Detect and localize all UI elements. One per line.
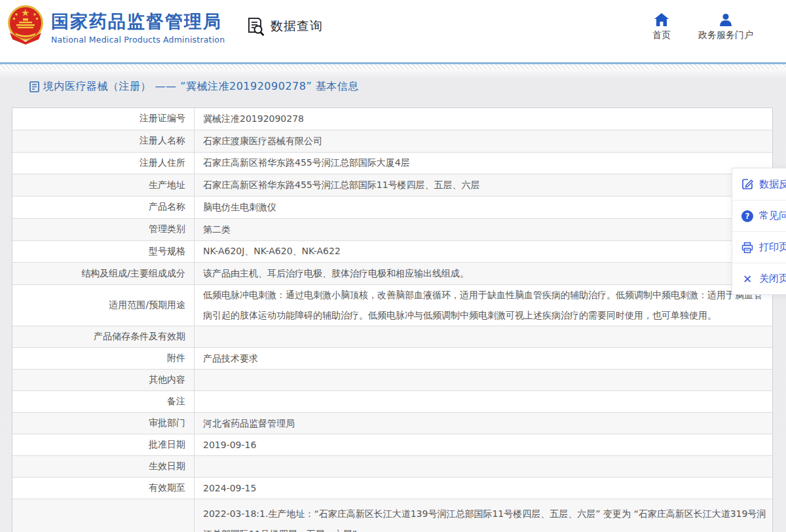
field-label [12, 499, 195, 532]
field-value: 2019-09-16 [195, 434, 772, 455]
table-row: 注册人名称石家庄渡康医疗器械有限公司 [12, 130, 772, 153]
field-label: 注册证编号 [12, 108, 195, 130]
field-label: 注册人名称 [12, 130, 195, 152]
document-icon [29, 81, 39, 92]
page: 国家药品监督管理局 National Medical Products Admi… [0, 0, 786, 532]
field-value: 该产品由主机、耳后治疗电极、肢体治疗电极和相应输出线组成。 [195, 263, 772, 284]
faq-button[interactable]: ? 常见问题 [732, 200, 786, 231]
field-label: 结构及组成/主要组成成分 [12, 263, 195, 284]
field-value: NK-A620J、NK-A620、NK-A622 [195, 241, 772, 263]
field-value: 冀械注准20192090278 [195, 108, 772, 130]
user-icon [719, 13, 733, 26]
table-row: 产品储存条件及有效期 [12, 326, 772, 348]
print-button[interactable]: 打印页面 [732, 231, 786, 263]
floating-tools-panel: 数据反馈 ? 常见问题 打印页面 ✕ 关闭页面 [732, 168, 786, 295]
brand-block[interactable]: 国家药品监督管理局 National Medical Products Admi… [51, 11, 225, 45]
field-value: 石家庄高新区裕华东路455号润江总部国际大厦4层 [195, 153, 772, 174]
field-value [195, 456, 772, 477]
page-title: 境内医疗器械（注册） —— “冀械注准20192090278” 基本信息 [29, 80, 359, 94]
field-label: 其他内容 [12, 370, 195, 390]
field-value: 产品技术要求 [195, 348, 772, 369]
field-value: 第二类 [195, 219, 772, 240]
data-query-label: 数据查询 [271, 18, 323, 35]
field-value [195, 391, 772, 412]
table-row: 批准日期2019-09-16 [12, 434, 772, 456]
table-row: 适用范围/预期用途低频电脉冲电刺激：通过电刺激小脑顶核，改善脑部血液循环，适用于… [12, 285, 772, 326]
nav-home-label: 首页 [652, 29, 671, 41]
nav-portal-label: 政务服务门户 [698, 29, 753, 41]
field-value: 石家庄渡康医疗器械有限公司 [195, 130, 772, 152]
header: 国家药品监督管理局 National Medical Products Admi… [0, 0, 786, 62]
field-value: 脑电仿生电刺激仪 [195, 197, 772, 218]
field-label: 附件 [12, 348, 195, 369]
question-icon: ? [741, 210, 753, 222]
header-hatch-band [0, 64, 786, 69]
field-label: 产品名称 [12, 197, 195, 218]
field-label: 备注 [12, 391, 195, 412]
table-row: 2022-03-18:1.生产地址：“石家庄高新区长江大道139号润江总部国际1… [12, 499, 772, 532]
field-value: 石家庄高新区裕华东路455号润江总部国际11号楼四层、五层、六层 [195, 174, 772, 196]
field-label: 产品储存条件及有效期 [12, 326, 195, 347]
page-title-text: 境内医疗器械（注册） —— “冀械注准20192090278” 基本信息 [43, 80, 359, 94]
document-search-icon [245, 16, 266, 37]
printer-icon [741, 242, 753, 254]
field-value: 2024-09-15 [195, 478, 772, 499]
registration-info-table: 注册证编号冀械注准20192090278 注册人名称石家庄渡康医疗器械有限公司 … [12, 107, 773, 532]
field-value [195, 370, 772, 390]
feedback-label: 数据反馈 [759, 178, 786, 191]
field-label: 管理类别 [12, 219, 195, 240]
field-label: 适用范围/预期用途 [12, 285, 195, 326]
table-row: 生效日期 [12, 456, 772, 478]
home-icon [654, 13, 669, 26]
close-icon: ✕ [741, 273, 753, 286]
field-label: 审批部门 [12, 413, 195, 434]
national-emblem-logo[interactable] [6, 4, 45, 45]
table-row: 型号规格NK-A620J、NK-A620、NK-A622 [12, 241, 772, 263]
brand-title-en: National Medical Products Administration [51, 35, 225, 45]
edit-icon [741, 178, 753, 190]
field-label: 注册人住所 [12, 153, 195, 174]
nav-home[interactable]: 首页 [652, 13, 671, 41]
field-value: 河北省药品监督管理局 [195, 413, 772, 434]
faq-label: 常见问题 [759, 210, 786, 222]
table-row: 生产地址石家庄高新区裕华东路455号润江总部国际11号楼四层、五层、六层 [12, 174, 772, 197]
table-row: 备注 [12, 391, 772, 413]
field-value: 低频电脉冲电刺激：通过电刺激小脑顶核，改善脑部血液循环，适用于缺血性脑血管疾病的… [195, 285, 772, 326]
field-label: 生效日期 [12, 456, 195, 477]
table-row: 产品名称脑电仿生电刺激仪 [12, 197, 772, 219]
close-page-button[interactable]: ✕ 关闭页面 [732, 263, 786, 294]
field-label: 批准日期 [12, 434, 195, 455]
table-row: 附件产品技术要求 [12, 348, 772, 370]
field-label: 型号规格 [12, 241, 195, 263]
table-row: 审批部门河北省药品监督管理局 [12, 413, 772, 434]
field-value [195, 326, 772, 347]
brand-title-zh: 国家药品监督管理局 [51, 11, 225, 32]
field-value: 2022-03-18:1.生产地址：“石家庄高新区长江大道139号润江总部国际1… [195, 499, 772, 532]
field-label: 有效期至 [12, 478, 195, 499]
nav-portal[interactable]: 政务服务门户 [698, 13, 753, 41]
table-row: 注册人住所石家庄高新区裕华东路455号润江总部国际大厦4层 [12, 153, 772, 175]
print-label: 打印页面 [759, 241, 786, 254]
data-query-link[interactable]: 数据查询 [245, 16, 323, 37]
field-label: 生产地址 [12, 174, 195, 196]
table-row: 管理类别第二类 [12, 219, 772, 241]
header-nav: 首页 政务服务门户 [652, 13, 753, 41]
feedback-button[interactable]: 数据反馈 [732, 168, 786, 200]
table-row: 结构及组成/主要组成成分该产品由主机、耳后治疗电极、肢体治疗电极和相应输出线组成… [12, 263, 772, 285]
emblem-icon [6, 4, 45, 45]
content-area: 境内医疗器械（注册） —— “冀械注准20192090278” 基本信息 注册证… [0, 69, 786, 532]
close-label: 关闭页面 [759, 273, 786, 285]
table-row: 注册证编号冀械注准20192090278 [12, 108, 772, 130]
table-row: 其他内容 [12, 370, 772, 391]
table-row: 有效期至2024-09-15 [12, 478, 772, 499]
